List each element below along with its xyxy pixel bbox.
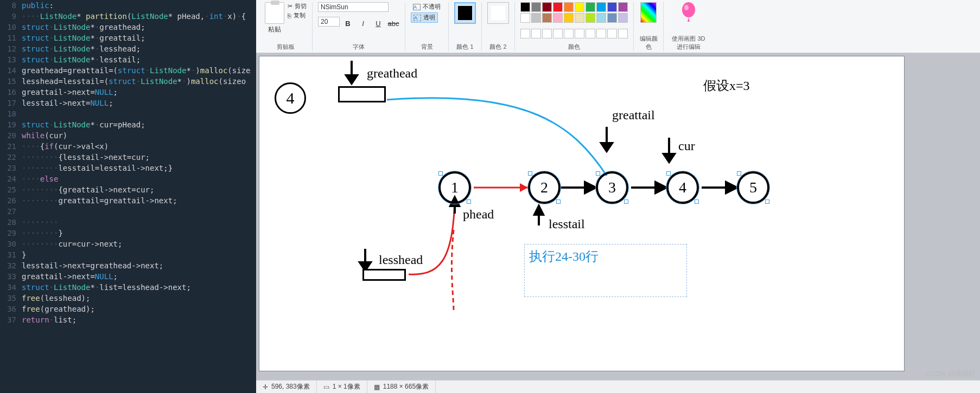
svg-marker-18 bbox=[534, 206, 543, 215]
line-number: 28 bbox=[0, 217, 22, 228]
italic-button[interactable]: I bbox=[357, 17, 369, 29]
palette-color[interactable] bbox=[607, 2, 617, 12]
palette-color[interactable] bbox=[618, 13, 628, 23]
code-line[interactable]: 33greattail->next=NULL; bbox=[0, 271, 256, 282]
copy-label: 复制 bbox=[294, 11, 306, 20]
selection-icon: ▭ bbox=[323, 383, 329, 391]
palette-color[interactable] bbox=[564, 13, 574, 23]
palette-color[interactable] bbox=[531, 2, 541, 12]
palette-color[interactable] bbox=[542, 13, 552, 23]
svg-point-0 bbox=[682, 2, 695, 17]
palette-color[interactable] bbox=[618, 2, 628, 12]
code-line[interactable]: 34struct·ListNode*·list=lesshead->next; bbox=[0, 282, 256, 293]
code-line[interactable]: 25········{greattail->next=cur; bbox=[0, 184, 256, 195]
node-3[interactable]: 3 bbox=[596, 171, 628, 204]
paste-button[interactable]: 粘贴 bbox=[265, 2, 284, 34]
code-line[interactable]: 32lesstail->next=greathead->next; bbox=[0, 260, 256, 271]
code-line[interactable]: 22········{lesstail->next=cur; bbox=[0, 152, 256, 163]
code-line[interactable]: 20while(cur) bbox=[0, 130, 256, 141]
svg-marker-10 bbox=[346, 75, 357, 83]
code-editor[interactable]: 8public:9····ListNode* partition(ListNod… bbox=[0, 0, 256, 393]
code-line[interactable]: 13struct·ListNode*·lesstail; bbox=[0, 54, 256, 65]
line-number: 14 bbox=[0, 65, 22, 76]
color1-button[interactable] bbox=[454, 2, 476, 24]
bold-button[interactable]: B bbox=[342, 17, 354, 29]
code-line[interactable]: 16greattail->next=NULL; bbox=[0, 87, 256, 98]
palette-color[interactable] bbox=[553, 2, 563, 12]
code-line[interactable]: 14greathead=greattail=(struct·ListNode*·… bbox=[0, 65, 256, 76]
line-number: 35 bbox=[0, 293, 22, 304]
underline-button[interactable]: U bbox=[372, 17, 384, 29]
edit-color-label: 编辑颜色 bbox=[639, 35, 658, 51]
transparent-option[interactable]: A透明 bbox=[411, 12, 438, 23]
palette-color[interactable] bbox=[575, 13, 584, 23]
code-line[interactable]: 28········ bbox=[0, 217, 256, 228]
background-group: A不透明 A透明 背景 bbox=[405, 2, 449, 51]
canvas[interactable]: 4 greathead 假设x=3 greattail cur 1 2 3 4 … bbox=[259, 56, 904, 371]
code-line[interactable]: 37return·list; bbox=[0, 314, 256, 325]
code-line[interactable]: 21····{if(cur->val<x) bbox=[0, 141, 256, 152]
palette-color[interactable] bbox=[607, 13, 617, 23]
background-label: 背景 bbox=[421, 43, 433, 51]
code-line[interactable]: 10struct·ListNode*·greathead; bbox=[0, 22, 256, 33]
cut-button[interactable]: ✂剪切 bbox=[288, 2, 307, 10]
font-family-select[interactable]: NSimSun bbox=[318, 2, 389, 12]
code-line[interactable]: 30········cur=cur->next; bbox=[0, 239, 256, 249]
code-line[interactable]: 24····else bbox=[0, 173, 256, 184]
palette-color[interactable] bbox=[553, 13, 563, 23]
line-number: 13 bbox=[0, 54, 22, 65]
palette-color[interactable] bbox=[586, 2, 595, 12]
canvas-area[interactable]: 4 greathead 假设x=3 greattail cur 1 2 3 4 … bbox=[256, 53, 980, 380]
cut-label: 剪切 bbox=[295, 2, 307, 10]
node-5[interactable]: 5 bbox=[737, 171, 769, 204]
edit-color-button[interactable] bbox=[640, 2, 657, 23]
code-line[interactable]: 18 bbox=[0, 108, 256, 119]
palette-color[interactable] bbox=[575, 2, 584, 12]
color2-label: 颜色 2 bbox=[489, 43, 506, 51]
code-line[interactable]: 12struct·ListNode*·lesshead; bbox=[0, 43, 256, 54]
color1-group: 颜色 1 bbox=[449, 2, 482, 51]
code-line[interactable]: 36free(greathead); bbox=[0, 304, 256, 314]
code-line[interactable]: 35free(lesshead); bbox=[0, 293, 256, 304]
code-line[interactable]: 17lesstail->next=NULL; bbox=[0, 98, 256, 108]
code-line[interactable]: 29········} bbox=[0, 228, 256, 239]
code-line[interactable]: 23········lesstail=lesstail->next;} bbox=[0, 163, 256, 173]
line-number: 32 bbox=[0, 260, 22, 271]
code-line[interactable]: 8public: bbox=[0, 0, 256, 11]
paint3d-button[interactable] bbox=[679, 2, 698, 24]
code-line[interactable]: 11struct·ListNode*·greattail; bbox=[0, 33, 256, 43]
code-line[interactable]: 27 bbox=[0, 206, 256, 217]
code-line[interactable]: 15lesshead=lesstail=(struct·ListNode*·)m… bbox=[0, 76, 256, 87]
watermark: CSDN @嘎嘎旺 bbox=[925, 369, 976, 379]
palette-color[interactable] bbox=[596, 13, 606, 23]
opaque-option[interactable]: A不透明 bbox=[411, 2, 443, 11]
node-2[interactable]: 2 bbox=[528, 171, 561, 204]
code-line[interactable]: 9····ListNode* partition(ListNode* pHead… bbox=[0, 11, 256, 22]
font-group: NSimSun 20 B I U abc 字体 bbox=[313, 2, 405, 51]
line-number: 10 bbox=[0, 22, 22, 33]
copy-button[interactable]: ⎘复制 bbox=[288, 11, 307, 20]
palette-color[interactable] bbox=[520, 13, 530, 23]
clipboard-group: 粘贴 ✂剪切 ⎘复制 剪贴板 bbox=[259, 2, 313, 51]
greattail-label: greattail bbox=[612, 108, 655, 123]
node-4[interactable]: 4 bbox=[666, 171, 699, 204]
strike-button[interactable]: abc bbox=[387, 17, 399, 29]
node-1[interactable]: 1 bbox=[438, 171, 471, 204]
color2-button[interactable] bbox=[487, 2, 509, 24]
line-number: 19 bbox=[0, 119, 22, 130]
palette-color[interactable] bbox=[586, 13, 595, 23]
paint-window: 粘贴 ✂剪切 ⎘复制 剪贴板 NSimSun 20 B I bbox=[256, 0, 980, 393]
palette-color[interactable] bbox=[542, 2, 552, 12]
line-number: 22 bbox=[0, 152, 22, 163]
code-line[interactable]: 19struct·ListNode*·cur=pHead; bbox=[0, 119, 256, 130]
code-line[interactable]: 31} bbox=[0, 249, 256, 260]
text-edit-box[interactable]: 执行24-30行 bbox=[524, 244, 687, 297]
palette-color[interactable] bbox=[531, 13, 541, 23]
palette-color[interactable] bbox=[564, 2, 574, 12]
palette-color[interactable] bbox=[520, 2, 530, 12]
color-palette[interactable] bbox=[520, 2, 628, 23]
font-size-select[interactable]: 20 bbox=[318, 17, 340, 27]
code-line[interactable]: 26········greattail=greattail->next; bbox=[0, 195, 256, 206]
paste-icon bbox=[265, 2, 284, 24]
palette-color[interactable] bbox=[596, 2, 606, 12]
